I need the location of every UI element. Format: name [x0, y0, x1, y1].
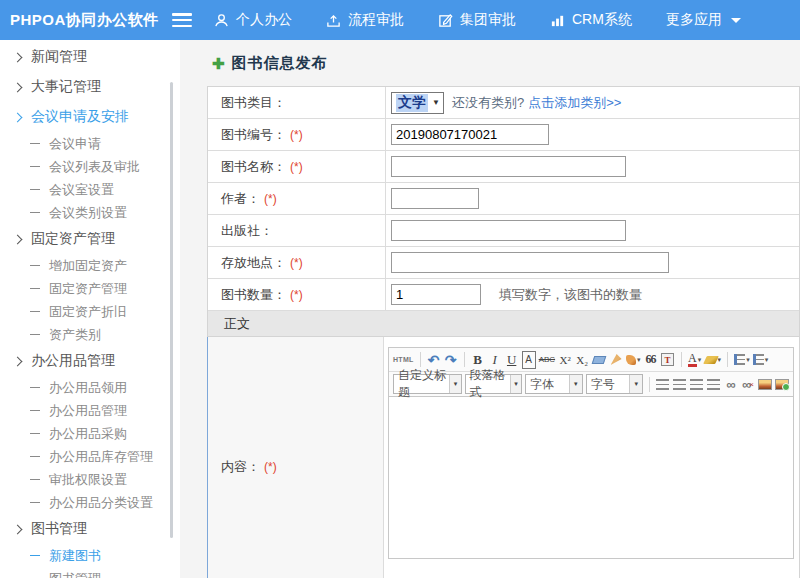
sidebar-item-approval-permission[interactable]: 审批权限设置: [0, 468, 180, 491]
italic-button[interactable]: I: [488, 351, 502, 369]
sidebar-group-memorabilia[interactable]: 大事记管理: [0, 72, 180, 102]
format-painter-icon[interactable]: ▾: [626, 351, 641, 369]
form-row-location: 存放地点： (*): [208, 247, 799, 279]
category-select[interactable]: 文学 ▼: [391, 92, 444, 114]
sidebar-item-supplies-claim[interactable]: 办公用品领用: [0, 376, 180, 399]
topnav-more-apps[interactable]: 更多应用: [666, 11, 741, 29]
dash-icon: [30, 334, 40, 335]
dash-icon: [30, 555, 40, 556]
underline-button[interactable]: U: [505, 351, 519, 369]
paragraph-format-select[interactable]: 段落格式 ▾: [465, 374, 523, 394]
plus-icon: ✚: [212, 56, 225, 71]
sidebar-scrollbar[interactable]: [170, 82, 173, 538]
insert-link-icon[interactable]: ∞: [724, 375, 738, 393]
form-row-category: 图书类目： 文学 ▼ 还没有类别? 点击添加类别>>: [208, 87, 799, 119]
paste-from-word-icon[interactable]: T: [661, 351, 675, 369]
topnav-label: 个人办公: [236, 11, 292, 29]
strikethrough-button[interactable]: ABC: [539, 351, 555, 369]
sidebar-group-books[interactable]: 图书管理: [0, 514, 180, 544]
author-input[interactable]: [391, 188, 479, 209]
required-mark: (*): [290, 128, 303, 142]
eraser-icon[interactable]: [592, 351, 606, 369]
remove-link-icon[interactable]: ∞×: [741, 375, 755, 393]
bold-button[interactable]: B: [471, 351, 485, 369]
caret-down-icon: [731, 18, 741, 23]
page-title: ✚ 图书信息发布: [180, 40, 800, 83]
sidebar-item-asset-category[interactable]: 资产类别: [0, 323, 180, 346]
sidebar-group-office-supplies[interactable]: 办公用品管理: [0, 346, 180, 376]
sidebar-item-asset-depreciation[interactable]: 固定资产折旧: [0, 300, 180, 323]
chevron-right-icon: [13, 356, 23, 366]
quantity-hint: 填写数字，该图书的数量: [499, 286, 642, 304]
required-mark: (*): [290, 288, 303, 302]
toolbar-separator: [464, 352, 465, 367]
sidebar-group-news[interactable]: 新闻管理: [0, 42, 180, 72]
book-number-input[interactable]: [391, 124, 549, 145]
insert-media-icon[interactable]: [775, 375, 789, 393]
sidebar-item-meeting-room[interactable]: 会议室设置: [0, 178, 180, 201]
editor-content-area[interactable]: [388, 397, 794, 559]
no-category-text: 还没有类别?: [452, 94, 524, 112]
superscript-button[interactable]: X²: [558, 351, 572, 369]
topnav-label: 更多应用: [666, 11, 722, 29]
sidebar-item-book-new[interactable]: 新建图书: [0, 544, 180, 567]
dash-icon: [30, 143, 40, 144]
align-center-icon[interactable]: [673, 375, 687, 393]
font-family-select[interactable]: 字体 ▾: [525, 374, 583, 394]
sidebar-item-meeting-list[interactable]: 会议列表及审批: [0, 155, 180, 178]
sidebar-item-asset-manage[interactable]: 固定资产管理: [0, 277, 180, 300]
toolbar-separator: [727, 352, 728, 367]
sidebar-group-assets[interactable]: 固定资产管理: [0, 224, 180, 254]
highlight-color-icon[interactable]: ▾: [705, 351, 722, 369]
sidebar-item-supplies-purchase[interactable]: 办公用品采购: [0, 422, 180, 445]
form-row-book-name: 图书名称： (*): [208, 151, 799, 183]
align-right-icon[interactable]: [690, 375, 704, 393]
required-mark: (*): [290, 256, 303, 270]
toolbar-separator: [420, 352, 421, 367]
sidebar-item-supplies-manage[interactable]: 办公用品管理: [0, 399, 180, 422]
align-left-icon[interactable]: [656, 375, 670, 393]
topnav-personal-office[interactable]: 个人办公: [214, 11, 292, 29]
sidebar-item-book-manage[interactable]: 图书管理: [0, 567, 180, 578]
field-label: 图书类目：: [221, 94, 286, 112]
user-icon: [214, 13, 229, 28]
topnav-group-approval[interactable]: 集团审批: [438, 11, 516, 29]
topbar: PHPOA协同办公软件 个人办公 流程审批 集团审批: [0, 0, 800, 40]
required-mark: (*): [290, 160, 303, 174]
book-name-input[interactable]: [391, 156, 626, 177]
insert-image-icon[interactable]: [758, 375, 772, 393]
menu-toggle-icon[interactable]: [172, 13, 192, 27]
sidebar-item-supplies-stock[interactable]: 办公用品库存管理: [0, 445, 180, 468]
required-mark: (*): [264, 192, 277, 206]
sidebar-item-meeting-category[interactable]: 会议类别设置: [0, 201, 180, 224]
font-border-button[interactable]: A: [522, 351, 536, 369]
add-category-link[interactable]: 点击添加类别>>: [528, 94, 621, 112]
sidebar-item-meeting-apply[interactable]: 会议申请: [0, 132, 180, 155]
dash-icon: [30, 288, 40, 289]
font-color-button[interactable]: A▾: [688, 351, 702, 369]
dash-icon: [30, 166, 40, 167]
undo-icon[interactable]: ↶: [427, 351, 441, 369]
font-size-select[interactable]: 字号 ▾: [586, 374, 644, 394]
chevron-right-icon: [13, 234, 23, 244]
location-input[interactable]: [391, 252, 669, 273]
unordered-list-icon[interactable]: ▾: [753, 351, 769, 369]
sidebar-group-meeting[interactable]: 会议申请及安排: [0, 102, 180, 132]
sidebar-item-asset-add[interactable]: 增加固定资产: [0, 254, 180, 277]
topnav-process-approval[interactable]: 流程审批: [326, 11, 404, 29]
remove-format-icon[interactable]: [609, 351, 623, 369]
sidebar-item-supplies-category[interactable]: 办公用品分类设置: [0, 491, 180, 514]
redo-icon[interactable]: ↷: [444, 351, 458, 369]
publisher-input[interactable]: [391, 220, 626, 241]
align-justify-icon[interactable]: [707, 375, 721, 393]
blockquote-button[interactable]: 66: [644, 351, 658, 369]
app-brand: PHPOA协同办公软件: [0, 11, 160, 30]
ordered-list-icon[interactable]: ▾: [734, 351, 750, 369]
html-source-button[interactable]: HTML: [393, 351, 414, 369]
chevron-right-icon: [13, 112, 23, 122]
quantity-input[interactable]: [391, 284, 481, 305]
edit-icon: [438, 13, 453, 28]
subscript-button[interactable]: X₂: [575, 351, 589, 369]
topnav-crm[interactable]: CRM系统: [550, 11, 632, 29]
custom-title-select[interactable]: 自定义标题 ▾: [393, 374, 462, 394]
